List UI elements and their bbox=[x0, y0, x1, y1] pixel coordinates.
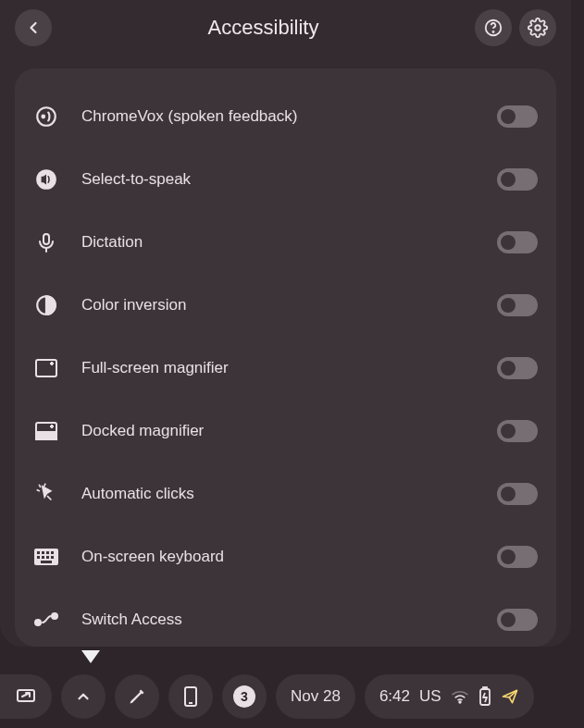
select-to-speak-toggle[interactable] bbox=[497, 168, 538, 191]
onscreen-keyboard-row[interactable]: On-screen keyboard bbox=[15, 525, 556, 588]
row-label: Dictation bbox=[81, 233, 475, 252]
svg-rect-25 bbox=[41, 561, 52, 563]
automatic-clicks-row[interactable]: Automatic clicks bbox=[15, 463, 556, 525]
notifications-button[interactable]: 3 bbox=[222, 674, 267, 719]
svg-point-3 bbox=[37, 107, 56, 126]
screenshare-icon bbox=[15, 685, 37, 708]
keyboard-icon bbox=[33, 544, 59, 570]
switch-access-icon bbox=[33, 607, 59, 633]
dictation-row[interactable]: Dictation bbox=[15, 211, 556, 274]
svg-rect-23 bbox=[46, 556, 49, 559]
svg-rect-17 bbox=[37, 551, 40, 554]
chromevox-icon bbox=[33, 104, 59, 130]
notification-count: 3 bbox=[233, 685, 255, 708]
svg-rect-33 bbox=[483, 687, 487, 689]
switch-access-row[interactable]: Switch Access bbox=[15, 588, 556, 647]
row-label: Color inversion bbox=[81, 296, 475, 315]
date-label: Nov 28 bbox=[291, 687, 341, 706]
dictation-toggle[interactable] bbox=[497, 231, 538, 253]
taskbar: 3 Nov 28 6:42 US bbox=[0, 665, 584, 728]
fullscreen-magnifier-icon bbox=[33, 355, 59, 381]
pen-icon bbox=[128, 687, 146, 706]
fullscreen-magnifier-row[interactable]: Full-screen magnifier bbox=[15, 337, 556, 400]
chromevox-toggle[interactable] bbox=[497, 105, 538, 128]
svg-rect-18 bbox=[42, 551, 44, 554]
row-label: Select-to-speak bbox=[81, 170, 475, 189]
svg-rect-20 bbox=[51, 551, 54, 554]
help-icon bbox=[483, 18, 503, 38]
back-button[interactable] bbox=[15, 9, 52, 46]
row-label: Docked magnifier bbox=[81, 422, 475, 440]
chromevox-row[interactable]: ChromeVox (spoken feedback) bbox=[15, 85, 556, 148]
time-label: 6:42 bbox=[379, 687, 410, 706]
status-tray[interactable]: 6:42 US bbox=[365, 674, 534, 719]
settings-card: ChromeVox (spoken feedback) Select-to-sp… bbox=[15, 68, 556, 647]
svg-rect-13 bbox=[36, 432, 56, 439]
note-marker bbox=[81, 650, 100, 663]
microphone-icon bbox=[33, 229, 59, 255]
docked-magnifier-icon bbox=[33, 418, 59, 444]
row-label: Switch Access bbox=[81, 611, 475, 629]
svg-rect-24 bbox=[51, 556, 54, 559]
svg-point-31 bbox=[459, 701, 461, 703]
settings-button[interactable] bbox=[519, 9, 556, 46]
panel-header: Accessibility bbox=[0, 0, 571, 56]
row-label: Automatic clicks bbox=[81, 485, 475, 503]
svg-rect-9 bbox=[36, 360, 56, 376]
gear-icon bbox=[528, 18, 548, 38]
chevron-left-icon bbox=[24, 19, 43, 37]
row-label: On-screen keyboard bbox=[81, 548, 475, 566]
svg-point-26 bbox=[35, 620, 41, 625]
color-inversion-row[interactable]: Color inversion bbox=[15, 274, 556, 337]
help-button[interactable] bbox=[475, 9, 512, 46]
fullscreen-magnifier-toggle[interactable] bbox=[497, 357, 538, 379]
date-button[interactable]: Nov 28 bbox=[276, 674, 355, 719]
screenshare-button[interactable] bbox=[0, 674, 52, 719]
svg-point-27 bbox=[52, 613, 57, 619]
svg-rect-6 bbox=[43, 234, 49, 244]
color-inversion-toggle[interactable] bbox=[497, 294, 538, 316]
contrast-icon bbox=[33, 292, 59, 318]
svg-rect-22 bbox=[42, 556, 44, 559]
wifi-icon bbox=[451, 689, 469, 704]
expand-button[interactable] bbox=[61, 674, 106, 719]
select-to-speak-row[interactable]: Select-to-speak bbox=[15, 148, 556, 211]
nearby-share-icon bbox=[501, 687, 519, 706]
accessibility-panel: Accessibility ChromeVox (spoken feedback… bbox=[0, 0, 571, 647]
stylus-button[interactable] bbox=[115, 674, 159, 719]
battery-charging-icon bbox=[478, 686, 491, 707]
ime-label: US bbox=[419, 687, 441, 706]
svg-rect-19 bbox=[46, 551, 49, 554]
svg-point-4 bbox=[42, 116, 44, 118]
chevron-up-icon bbox=[75, 688, 92, 705]
svg-point-1 bbox=[492, 31, 493, 32]
phone-hub-button[interactable] bbox=[168, 674, 213, 719]
panel-title: Accessibility bbox=[59, 16, 467, 40]
cursor-click-icon bbox=[33, 481, 59, 507]
docked-magnifier-toggle[interactable] bbox=[497, 420, 538, 442]
automatic-clicks-toggle[interactable] bbox=[497, 483, 538, 505]
row-label: Full-screen magnifier bbox=[81, 359, 475, 377]
svg-point-2 bbox=[535, 25, 541, 31]
phone-icon bbox=[183, 685, 198, 708]
select-to-speak-icon bbox=[33, 167, 59, 192]
svg-rect-21 bbox=[37, 556, 40, 559]
onscreen-keyboard-toggle[interactable] bbox=[497, 546, 538, 568]
switch-access-toggle[interactable] bbox=[497, 609, 538, 631]
docked-magnifier-row[interactable]: Docked magnifier bbox=[15, 400, 556, 463]
row-label: ChromeVox (spoken feedback) bbox=[81, 107, 475, 126]
